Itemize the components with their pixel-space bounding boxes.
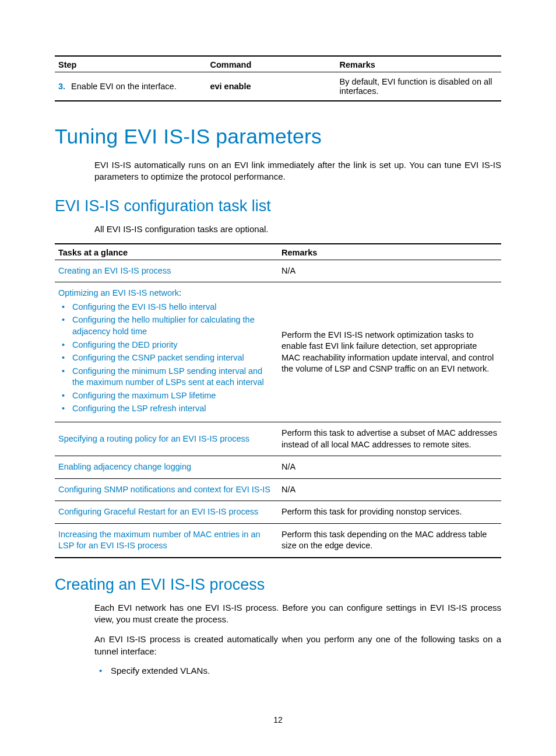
task-link[interactable]: Configuring the LSP refresh interval [72, 404, 206, 413]
task-link[interactable]: Creating an EVI IS-IS process [58, 266, 171, 275]
table-row: Specifying a routing policy for an EVI I… [55, 422, 501, 456]
bullet-list: Specify extended VLANs. [94, 666, 501, 676]
col-tasks: Tasks at a glance [55, 244, 278, 260]
table-row: Creating an EVI IS-IS process N/A [55, 260, 501, 282]
task-link[interactable]: Optimizing an EVI IS-IS network [58, 288, 179, 298]
remarks-text: N/A [278, 260, 501, 282]
remarks-text: Perform this task for providing nonstop … [278, 501, 501, 524]
heading-tuning: Tuning EVI IS-IS parameters [55, 125, 501, 149]
col-command: Command [206, 56, 336, 72]
paragraph: EVI IS-IS automatically runs on an EVI l… [94, 159, 501, 183]
task-link[interactable]: Configuring the minimum LSP sending inte… [72, 366, 264, 387]
task-link[interactable]: Configuring the DED priority [72, 340, 178, 349]
page-number: 12 [0, 715, 556, 724]
paragraph: Each EVI network has one EVI IS-IS proce… [94, 602, 501, 626]
task-link[interactable]: Increasing the maximum number of MAC ent… [58, 530, 261, 551]
subtask-list: Configuring the EVI IS-IS hello interval… [58, 302, 275, 415]
remarks-text: Perform the EVI IS-IS network optimizati… [278, 282, 501, 422]
remarks-text: Perform this task depending on the MAC a… [278, 523, 501, 558]
step-number: 3. [58, 82, 65, 91]
task-link[interactable]: Specifying a routing policy for an EVI I… [58, 434, 249, 443]
paragraph: All EVI IS-IS configuration tasks are op… [94, 223, 501, 235]
command-text: evi enable [210, 82, 251, 91]
task-link[interactable]: Configuring Graceful Restart for an EVI … [58, 507, 258, 516]
table-row: Increasing the maximum number of MAC ent… [55, 523, 501, 558]
heading-creating-process: Creating an EVI IS-IS process [55, 576, 501, 594]
paragraph: An EVI IS-IS process is created automati… [94, 634, 501, 657]
task-link[interactable]: Configuring SNMP notifications and conte… [58, 485, 270, 494]
table-row: Optimizing an EVI IS-IS network: Configu… [55, 282, 501, 422]
remarks-text: Perform this task to advertise a subset … [278, 422, 501, 456]
col-remarks: Remarks [336, 56, 501, 72]
remarks-text: By default, EVI function is disabled on … [336, 72, 501, 102]
task-link[interactable]: Configuring the EVI IS-IS hello interval [72, 302, 216, 312]
tasks-table: Tasks at a glance Remarks Creating an EV… [55, 243, 501, 558]
page: Step Command Remarks 3.Enable EVI on the… [0, 0, 556, 756]
table-row: Configuring SNMP notifications and conte… [55, 478, 501, 501]
table-row: Configuring Graceful Restart for an EVI … [55, 501, 501, 524]
task-link[interactable]: Configuring the maximum LSP lifetime [72, 391, 216, 400]
table-row: Enabling adjacency change logging N/A [55, 456, 501, 479]
remarks-text: N/A [278, 456, 501, 479]
remarks-text: N/A [278, 478, 501, 501]
step-text: Enable EVI on the interface. [71, 82, 177, 91]
task-link[interactable]: Configuring the hello multiplier for cal… [72, 315, 255, 336]
list-item: Specify extended VLANs. [111, 666, 501, 676]
col-step: Step [55, 56, 206, 72]
task-link[interactable]: Configuring the CSNP packet sending inte… [72, 353, 244, 362]
step-command-table: Step Command Remarks 3.Enable EVI on the… [55, 55, 501, 102]
table-row: 3.Enable EVI on the interface. evi enabl… [55, 72, 501, 102]
heading-task-list: EVI IS-IS configuration task list [55, 197, 501, 215]
col-remarks: Remarks [278, 244, 501, 260]
task-link[interactable]: Enabling adjacency change logging [58, 462, 191, 471]
